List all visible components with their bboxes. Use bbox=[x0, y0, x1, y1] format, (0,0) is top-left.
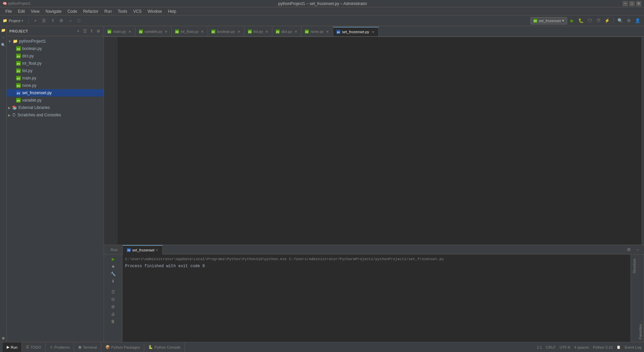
toolbar-minus-button[interactable]: – bbox=[66, 17, 74, 24]
run-list-button[interactable]: ☰ bbox=[110, 289, 116, 295]
toolbar-square-button[interactable]: □ bbox=[75, 17, 83, 24]
tree-file-int-float[interactable]: py int_float.py bbox=[7, 60, 104, 67]
run-restart-button[interactable]: ▶ bbox=[110, 256, 116, 262]
menu-run[interactable]: Run bbox=[102, 8, 114, 14]
tab-int-float-py[interactable]: py int_float.py ✕ bbox=[172, 27, 208, 36]
profile-button[interactable]: ⏱ bbox=[595, 17, 602, 24]
run-sort-button[interactable]: ⊞ bbox=[110, 303, 116, 310]
py-icon-list: py bbox=[16, 68, 21, 73]
activity-bottom-icon[interactable]: ◉ bbox=[1, 335, 6, 341]
menu-tools[interactable]: Tools bbox=[115, 8, 130, 14]
toolbar-settings-button[interactable]: ⚙ bbox=[58, 17, 65, 24]
sidebar-collapse-icon[interactable]: ⇑ bbox=[89, 28, 94, 34]
tree-file-none[interactable]: py none.py bbox=[7, 82, 104, 89]
tab-dict-py[interactable]: py dict.py ✕ bbox=[272, 27, 302, 36]
search-button[interactable]: 🔍 bbox=[616, 17, 624, 24]
run-trash-button[interactable]: 🗑 bbox=[110, 318, 116, 325]
run-config-dropdown[interactable]: py set_frozenset ▾ bbox=[530, 17, 567, 24]
run-wrench-button[interactable]: 🔧 bbox=[110, 271, 116, 277]
bottom-tab-terminal[interactable]: ▣ Terminal bbox=[74, 342, 101, 352]
bottom-tab-run[interactable]: ▶ Run bbox=[3, 342, 22, 352]
concurrency-button[interactable]: ⚡ bbox=[603, 17, 611, 24]
tab-icon-main: py bbox=[107, 30, 111, 34]
tree-scratches-consoles[interactable]: ▶ 🗒 Scratches and Consoles bbox=[7, 111, 104, 119]
menu-help[interactable]: Help bbox=[165, 8, 179, 14]
run-down-button[interactable]: ⬇ bbox=[110, 278, 116, 285]
maximize-button[interactable]: □ bbox=[629, 1, 635, 6]
menu-window[interactable]: Window bbox=[145, 8, 165, 14]
menu-edit[interactable]: Edit bbox=[15, 8, 28, 14]
window-title: pythonProject1 – set_frozenset.py – Admi… bbox=[23, 1, 623, 6]
status-line-endings[interactable]: CRLF bbox=[546, 345, 556, 349]
run-print-button[interactable]: 🖨 bbox=[110, 311, 116, 317]
toolbar-project-label[interactable]: Project bbox=[9, 19, 20, 23]
tab-main-py[interactable]: py main.py ✕ bbox=[104, 27, 136, 36]
tab-none-py[interactable]: py none.py ✕ bbox=[302, 27, 333, 36]
tab-close-list[interactable]: ✕ bbox=[265, 30, 269, 34]
debug-button[interactable]: 🐛 bbox=[577, 17, 585, 24]
status-encoding[interactable]: UTF-8 bbox=[560, 345, 570, 349]
editor-content[interactable] bbox=[104, 37, 644, 245]
tab-close-main[interactable]: ✕ bbox=[128, 30, 132, 34]
menu-file[interactable]: File bbox=[3, 8, 14, 14]
sidebar-list-icon[interactable]: ☰ bbox=[82, 28, 88, 34]
run-left-tools: ▶ ■ 🔧 ⬇ ☰ ⊟ ⊞ 🖨 🗑 bbox=[104, 254, 122, 342]
bottom-tab-python-console[interactable]: 🐍 Python Console bbox=[144, 342, 185, 352]
tab-variable-py[interactable]: py variable.py ✕ bbox=[136, 27, 172, 36]
tab-list-py[interactable]: py list.py ✕ bbox=[245, 27, 272, 36]
toolbar-add-button[interactable]: + bbox=[32, 17, 39, 24]
tab-icon-variable: py bbox=[139, 30, 143, 34]
status-line-col[interactable]: 1:1 bbox=[537, 345, 542, 349]
run-panel-minimize-button[interactable]: – bbox=[634, 246, 641, 253]
tree-file-dict[interactable]: py dict.py bbox=[7, 52, 104, 60]
toolbar-dropdown-icon[interactable]: ▾ bbox=[21, 19, 23, 22]
status-event-log[interactable]: Event Log bbox=[625, 345, 641, 349]
status-right: 1:1 CRLF UTF-8 4 spaces Python 3.10 📋 Ev… bbox=[537, 345, 642, 349]
toolbar-collapse-button[interactable]: ⇑ bbox=[49, 17, 56, 24]
coverage-button[interactable]: 🛡 bbox=[586, 17, 593, 24]
activity-search-icon[interactable]: 🔍 bbox=[1, 42, 6, 48]
user-button[interactable]: 👤 bbox=[634, 17, 641, 24]
bottom-tab-todo[interactable]: ☰ TODO bbox=[22, 342, 46, 352]
tree-file-main[interactable]: py main.py bbox=[7, 74, 104, 82]
run-button[interactable]: ▶ bbox=[569, 17, 576, 24]
activity-project-icon[interactable]: 📁 bbox=[1, 27, 6, 33]
tree-file-list[interactable]: py list.py bbox=[7, 67, 104, 74]
status-indent[interactable]: 4 spaces bbox=[574, 345, 589, 349]
menu-refactor[interactable]: Refactor bbox=[80, 8, 101, 14]
close-button[interactable]: ✕ bbox=[636, 1, 641, 6]
tab-close-dict[interactable]: ✕ bbox=[294, 30, 298, 34]
tree-file-set-frozenset[interactable]: py set_frozenset.py bbox=[7, 89, 104, 97]
run-panel-settings-button[interactable]: ⚙ bbox=[625, 246, 633, 253]
menu-vcs[interactable]: VCS bbox=[130, 8, 144, 14]
sidebar-settings-icon[interactable]: ⚙ bbox=[96, 28, 101, 34]
tab-boolean-py[interactable]: py boolean.py ✕ bbox=[208, 27, 245, 36]
tab-close-set-frozenset[interactable]: ✕ bbox=[371, 30, 375, 34]
toolbar-list-button[interactable]: ☰ bbox=[40, 17, 48, 24]
tree-file-variable[interactable]: py variable.py bbox=[7, 97, 104, 104]
run-tab-close[interactable]: ✕ bbox=[156, 248, 158, 252]
tree-project-root[interactable]: ▼ 📁 pythonProject1 bbox=[7, 38, 104, 45]
run-tab-set-frozenset[interactable]: py set_frozenset ✕ bbox=[123, 245, 163, 254]
tree-file-boolean[interactable]: py boolean.py bbox=[7, 45, 104, 52]
settings-gear-button[interactable]: ⚙ bbox=[625, 17, 633, 24]
sidebar-add-icon[interactable]: + bbox=[75, 28, 81, 34]
editor-scrollbar[interactable] bbox=[641, 37, 644, 245]
bottom-tab-problems[interactable]: ⚠ Problems bbox=[46, 342, 74, 352]
tab-close-none[interactable]: ✕ bbox=[325, 30, 329, 34]
menu-view[interactable]: View bbox=[28, 8, 42, 14]
tab-close-boolean[interactable]: ✕ bbox=[237, 30, 241, 34]
tab-close-int-float[interactable]: ✕ bbox=[200, 30, 204, 34]
status-python-version[interactable]: Python 3.10 bbox=[593, 345, 613, 349]
minimize-button[interactable]: ─ bbox=[623, 1, 628, 6]
tree-external-libraries[interactable]: ▶ 📚 External Libraries bbox=[7, 104, 104, 111]
run-stop-button[interactable]: ■ bbox=[110, 263, 116, 270]
tab-set-frozenset-py[interactable]: py set_frozenset.py ✕ bbox=[333, 27, 379, 36]
menu-code[interactable]: Code bbox=[65, 8, 80, 14]
tab-close-variable[interactable]: ✕ bbox=[164, 30, 168, 34]
run-filter-button[interactable]: ⊟ bbox=[110, 296, 116, 303]
bottom-tab-python-packages[interactable]: 📦 Python Packages bbox=[101, 342, 145, 352]
tab-icon-set-frozenset: py bbox=[336, 30, 340, 34]
activity-commit-icon[interactable]: ⑂ bbox=[1, 35, 6, 40]
menu-navigate[interactable]: Navigate bbox=[43, 8, 64, 14]
